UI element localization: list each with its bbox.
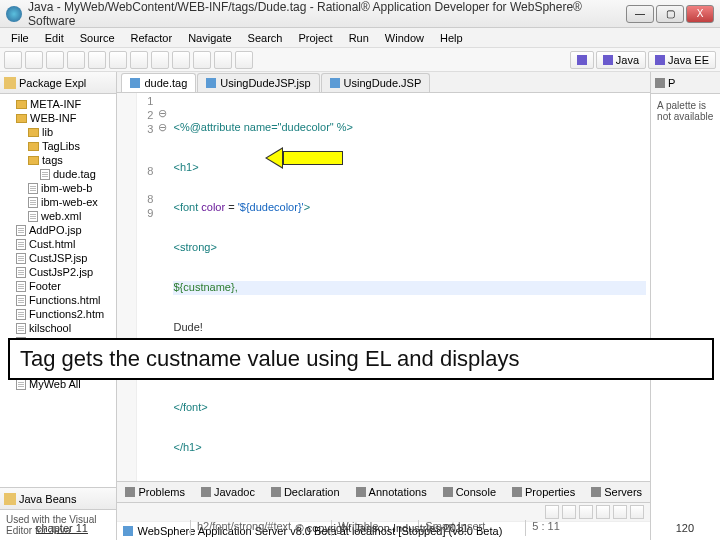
new-button[interactable] [4,51,22,69]
tree-item[interactable]: web.xml [2,209,114,223]
java-beans-tab[interactable]: Java Beans [0,488,116,510]
tree-item[interactable]: Functions.html [2,293,114,307]
tree-item[interactable]: ibm-web-ex [2,195,114,209]
tree-item[interactable]: Footer [2,279,114,293]
editor-tab-usingdudejsp[interactable]: UsingDudeJSP.jsp [197,73,319,92]
file-icon [16,225,26,236]
search-button[interactable] [193,51,211,69]
editor-tabs: dude.tag UsingDudeJSP.jsp UsingDude.JSP [117,72,650,93]
print-button[interactable] [46,51,64,69]
tree-item-label: dude.tag [53,167,96,181]
palette-message: A palette is not available [651,94,720,128]
palette-icon [655,78,665,88]
tree-item-label: META-INF [30,97,81,111]
menu-refactor[interactable]: Refactor [124,30,180,46]
tree-item-label: WEB-INF [30,111,76,125]
new-package-button[interactable] [130,51,148,69]
tree-item[interactable]: META-INF [2,97,114,111]
tab-properties[interactable]: Properties [508,484,579,500]
menu-run[interactable]: Run [342,30,376,46]
file-icon [16,267,26,278]
menu-help[interactable]: Help [433,30,470,46]
tab-console-label: Console [456,486,496,498]
menu-file[interactable]: File [4,30,36,46]
main-toolbar: Java Java EE [0,48,720,72]
tree-item[interactable]: dude.tag [2,167,114,181]
menu-navigate[interactable]: Navigate [181,30,238,46]
editor-tab-usingdudejsp-label: UsingDudeJSP.jsp [220,77,310,89]
save-button[interactable] [25,51,43,69]
tree-item[interactable]: WEB-INF [2,111,114,125]
new-class-button[interactable] [151,51,169,69]
folder-icon [16,100,27,109]
file-icon [330,78,340,88]
palette-tab[interactable]: P [651,72,720,94]
file-icon [16,253,26,264]
tree-item-label: ibm-web-ex [41,195,98,209]
run-button[interactable] [88,51,106,69]
perspective-javaee[interactable]: Java EE [648,51,716,69]
editor-tab-usingdude[interactable]: UsingDude.JSP [321,73,431,92]
tree-item-label: Functions2.htm [29,307,104,321]
tree-item[interactable]: CustJsP2.jsp [2,265,114,279]
tab-javadoc[interactable]: Javadoc [197,484,259,500]
debug-button[interactable] [67,51,85,69]
menu-project[interactable]: Project [291,30,339,46]
tree-item-label: Cust.html [29,237,75,251]
perspective-icon [577,55,587,65]
tree-item[interactable]: ibm-web-b [2,181,114,195]
tab-servers[interactable]: Servers [587,484,646,500]
file-icon [40,169,50,180]
tree-item-label: kilschool [29,321,71,335]
tree-item[interactable]: Functions2.htm [2,307,114,321]
editor-tab-dude[interactable]: dude.tag [121,73,196,92]
tab-javadoc-label: Javadoc [214,486,255,498]
tab-console[interactable]: Console [439,484,500,500]
menu-search[interactable]: Search [241,30,290,46]
tree-item[interactable]: CustJSP.jsp [2,251,114,265]
file-icon [28,211,38,222]
tree-item-label: Footer [29,279,61,293]
fold-markers[interactable]: ⊖⊖ [155,93,169,481]
perspective-javaee-label: Java EE [668,54,709,66]
tab-annotations[interactable]: Annotations [352,484,431,500]
folder-icon [28,156,39,165]
open-perspective-button[interactable] [570,51,594,69]
file-icon [28,183,38,194]
chapter-label: chapter 11 [0,522,88,534]
tab-declaration[interactable]: Declaration [267,484,344,500]
window-title: Java - MyWeb/WebContent/WEB-INF/tags/Dud… [28,0,626,28]
tab-problems[interactable]: Problems [121,484,188,500]
file-icon [130,78,140,88]
tree-item[interactable]: tags [2,153,114,167]
tree-item[interactable]: AddPO.jsp [2,223,114,237]
tree-item[interactable]: kilschool [2,321,114,335]
close-button[interactable]: X [686,5,714,23]
java-beans-title: Java Beans [19,493,112,505]
tab-problems-label: Problems [138,486,184,498]
nav-fwd-button[interactable] [235,51,253,69]
javaee-icon [655,55,665,65]
code-editor[interactable]: 123889 ⊖⊖ <%@attribute name="dudecolor" … [117,93,650,481]
package-explorer-tree[interactable]: META-INFWEB-INFlibTagLibstagsdude.tagibm… [0,94,116,487]
tree-item[interactable]: Cust.html [2,237,114,251]
menu-edit[interactable]: Edit [38,30,71,46]
package-explorer-tab[interactable]: Package Expl [0,72,116,94]
menu-source[interactable]: Source [73,30,122,46]
minimize-button[interactable]: — [626,5,654,23]
code-area[interactable]: <%@attribute name="dudecolor" %> <h1> <f… [169,93,650,481]
page-number: 120 [676,522,720,534]
tree-item-label: CustJSP.jsp [29,251,88,265]
menu-window[interactable]: Window [378,30,431,46]
tree-item-label: lib [42,125,53,139]
tree-item-label: Functions.html [29,293,101,307]
tree-item[interactable]: TagLibs [2,139,114,153]
perspective-java[interactable]: Java [596,51,646,69]
ext-tools-button[interactable] [109,51,127,69]
slide-caption: Tag gets the custname value using EL and… [8,338,714,380]
annotations-icon [356,487,366,497]
open-type-button[interactable] [172,51,190,69]
tree-item[interactable]: lib [2,125,114,139]
nav-back-button[interactable] [214,51,232,69]
maximize-button[interactable]: ▢ [656,5,684,23]
